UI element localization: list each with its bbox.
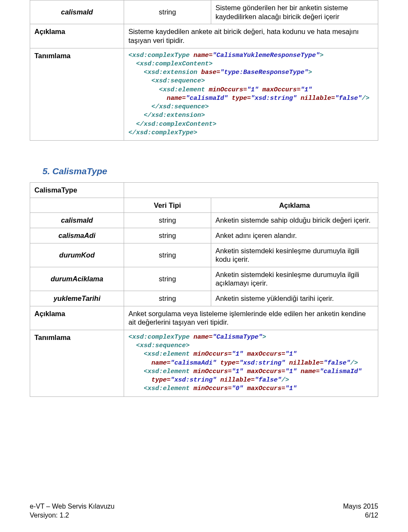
cell-description: Anketin sistemdeki kesinleşme durumuyla …: [211, 243, 378, 267]
document-page: calismaId string Sisteme gönderilen her …: [0, 0, 408, 532]
cell-field-name: calismaId: [30, 213, 124, 228]
section-heading: 5. CalismaType: [42, 166, 378, 176]
footer-page-number: 6/12: [365, 512, 378, 519]
cell-tanimlama-label: Tanımlama: [30, 330, 124, 396]
cell-description: Anketin sistemdeki kesinleşme durumuyla …: [211, 267, 378, 291]
cell-aciklama-label: Açıklama: [30, 306, 124, 330]
table-row: Açıklama Anket sorgulama veya listeleme …: [30, 306, 378, 330]
cell-tanimlama-code: <xsd:complexType name="CalismaType"> <xs…: [124, 330, 378, 396]
table-row: Açıklama Sisteme kaydedilen ankete ait b…: [30, 24, 378, 48]
cell-aciklama-text: Anket sorgulama veya listeleme işlemleri…: [124, 306, 378, 330]
cell-tanimlama-code: <xsd:complexType name="CalismaYuklemeRes…: [124, 48, 378, 141]
table-row: Veri Tipi Açıklama: [30, 198, 378, 213]
cell-type-header: CalismaType: [30, 183, 124, 198]
cell-field-name: durumAciklama: [30, 267, 124, 291]
table-row: Tanımlama <xsd:complexType name="Calisma…: [30, 330, 378, 396]
cell-aciklama-text: Sisteme kaydedilen ankete ait biricik de…: [124, 24, 378, 48]
footer-right: Mayıs 2015 6/12: [343, 502, 378, 520]
cell-description: Anketin sistemde sahip olduğu biricik de…: [211, 213, 378, 228]
cell-description: Anket adını içeren alandır.: [211, 228, 378, 243]
footer-doc-title: e-VT – Web Servis Kılavuzu: [30, 503, 115, 510]
code-block: <xsd:complexType name="CalismaYuklemeRes…: [128, 51, 374, 138]
cell-field-name: yuklemeTarihi: [30, 291, 124, 306]
cell-field-name: durumKod: [30, 243, 124, 267]
table-row: CalismaType: [30, 183, 378, 198]
cell-empty: [30, 198, 124, 213]
cell-aciklama-label: Açıklama: [30, 24, 124, 48]
cell-field-name: calismaId: [30, 0, 124, 24]
table-row: calismaAdi string Anket adını içeren ala…: [30, 228, 378, 243]
cell-header-veri: Veri Tipi: [124, 198, 211, 213]
table-row: calismaId string Anketin sistemde sahip …: [30, 213, 378, 228]
cell-description: Anketin sisteme yüklendiği tarihi içerir…: [211, 291, 378, 306]
section-number: 5.: [42, 166, 50, 176]
table-row: durumAciklama string Anketin sistemdeki …: [30, 267, 378, 291]
table-row: yuklemeTarihi string Anketin sisteme yük…: [30, 291, 378, 306]
cell-type: string: [124, 213, 211, 228]
footer-version: Versiyon: 1.2: [30, 512, 69, 519]
cell-type: string: [124, 0, 211, 24]
cell-tanimlama-label: Tanımlama: [30, 48, 124, 141]
cell-header-aciklama: Açıklama: [211, 198, 378, 213]
footer-date: Mayıs 2015: [343, 503, 378, 510]
table-calisma-type: CalismaType Veri Tipi Açıklama calismaId…: [30, 182, 378, 397]
table-row: calismaId string Sisteme gönderilen her …: [30, 0, 378, 24]
cell-description: Sisteme gönderilen her bir anketin siste…: [211, 0, 378, 24]
section-title: CalismaType: [52, 166, 107, 176]
table-calisma-response: calismaId string Sisteme gönderilen her …: [30, 0, 378, 141]
code-block: <xsd:complexType name="CalismaType"> <xs…: [128, 333, 374, 393]
cell-type: string: [124, 291, 211, 306]
cell-type: string: [124, 267, 211, 291]
cell-type: string: [124, 228, 211, 243]
table-row: Tanımlama <xsd:complexType name="Calisma…: [30, 48, 378, 141]
page-footer: Mayıs 2015 6/12 e-VT – Web Servis Kılavu…: [30, 502, 378, 520]
cell-type: string: [124, 243, 211, 267]
cell-field-name: calismaAdi: [30, 228, 124, 243]
cell-empty: [124, 183, 378, 198]
table-row: durumKod string Anketin sistemdeki kesin…: [30, 243, 378, 267]
